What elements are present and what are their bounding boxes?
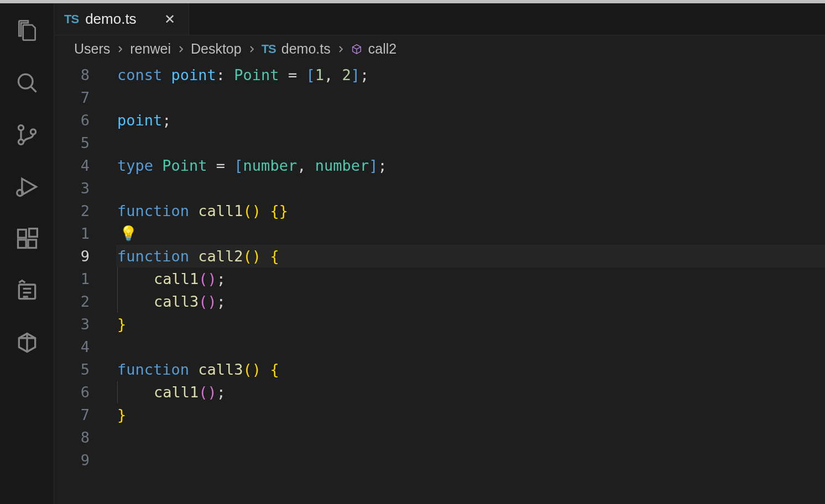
line-number: 2 [54,200,90,222]
svg-rect-8 [18,240,26,248]
line-number: 9 [54,245,90,267]
explorer-icon[interactable] [11,14,44,48]
line-number: 1 [54,267,90,290]
activity-bar [0,3,54,504]
line-number: 6 [54,109,90,132]
code-line[interactable]: const point: Point = [1, 2]; [116,64,825,86]
code-line[interactable] [116,449,825,471]
code-line[interactable] [116,132,825,154]
typescript-icon: TS [64,12,79,27]
chevron-right-icon [176,45,185,54]
line-number: 9 [54,449,90,471]
code-line[interactable]: 💡 [116,222,825,245]
line-number: 5 [54,132,90,154]
svg-marker-5 [22,179,36,195]
tab-demo-ts[interactable]: TS demo.ts ✕ [54,3,189,35]
svg-rect-10 [29,229,37,237]
extensions-icon[interactable] [11,222,44,255]
breadcrumb-symbol[interactable]: call2 [368,41,396,57]
close-icon[interactable]: ✕ [163,12,176,27]
breadcrumb-file[interactable]: demo.ts [281,41,331,57]
breadcrumb-item[interactable]: renwei [130,41,171,57]
line-number: 7 [54,86,90,109]
symbol-function-icon [351,43,363,55]
code-editor[interactable]: 876543219123456789 const point: Point = … [54,62,825,504]
copilot-icon[interactable] [11,326,44,359]
code-line[interactable]: type Point = [number, number]; [116,154,825,177]
line-number: 3 [54,177,90,200]
tab-label: demo.ts [85,11,137,28]
svg-rect-7 [18,230,26,238]
lightbulb-icon[interactable]: 💡 [117,222,137,245]
code-line[interactable] [116,177,825,200]
search-icon[interactable] [11,66,44,99]
breadcrumb-item[interactable]: Desktop [191,41,242,57]
main-area: TS demo.ts ✕ Users renwei Desktop TS dem… [0,3,825,504]
svg-point-4 [30,129,35,134]
typescript-icon: TS [262,42,276,56]
svg-point-3 [18,139,23,144]
code-line[interactable] [116,426,825,449]
remote-explorer-icon[interactable] [11,274,44,307]
code-line[interactable]: } [116,403,825,426]
code-line[interactable]: function call2() { [116,245,825,267]
line-number: 4 [54,154,90,177]
editor-area: TS demo.ts ✕ Users renwei Desktop TS dem… [54,3,825,504]
line-number: 6 [54,381,90,403]
chevron-right-icon [247,45,256,54]
svg-rect-9 [28,240,36,248]
svg-point-2 [18,125,23,130]
line-number: 8 [54,426,90,449]
code-line[interactable]: function call1() {} [116,200,825,222]
code-line[interactable]: call1(); [116,381,825,403]
line-number: 5 [54,358,90,381]
code-line[interactable]: call3(); [116,290,825,313]
line-number: 4 [54,335,90,358]
source-control-icon[interactable] [11,118,44,151]
chevron-right-icon [336,45,345,54]
svg-line-1 [30,86,36,92]
line-number: 3 [54,313,90,335]
chevron-right-icon [116,45,124,54]
code-line[interactable]: function call3() { [116,358,825,381]
breadcrumb-item[interactable]: Users [74,41,110,57]
tab-bar: TS demo.ts ✕ [54,3,825,35]
breadcrumb[interactable]: Users renwei Desktop TS demo.ts call2 [54,35,825,62]
line-number: 2 [54,290,90,313]
code-line[interactable] [116,335,825,358]
svg-point-0 [18,74,33,88]
code-line[interactable]: point; [116,109,825,132]
line-number-gutter: 876543219123456789 [54,64,116,504]
code-content[interactable]: const point: Point = [1, 2];point;type P… [116,64,825,504]
line-number: 7 [54,403,90,426]
line-number: 1 [54,222,90,245]
code-line[interactable]: call1(); [116,267,825,290]
code-line[interactable] [116,86,825,109]
code-line[interactable]: } [116,313,825,335]
run-debug-icon[interactable] [11,170,44,203]
line-number: 8 [54,64,90,86]
